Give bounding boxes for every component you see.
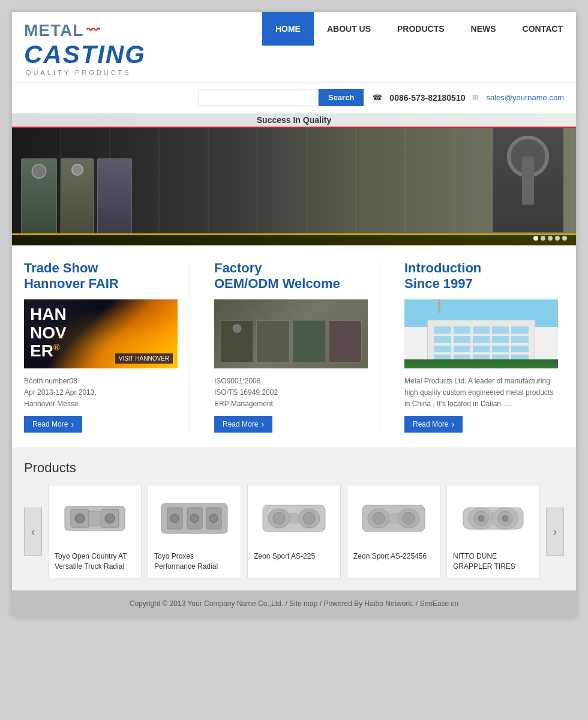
logo-flame-icon: 〰 bbox=[86, 23, 100, 38]
card-intro: IntroductionSince 1997 bbox=[392, 260, 564, 433]
products-grid: Toyo Open Country AT Versatile Truck Rad… bbox=[48, 485, 540, 578]
svg-rect-24 bbox=[389, 514, 398, 523]
dot-1[interactable] bbox=[533, 236, 538, 241]
banner-tagline: Success In Quality bbox=[12, 113, 576, 128]
nav-home[interactable]: HOME bbox=[262, 12, 314, 46]
product-card-2: Toyo Proxes Performance Radial bbox=[148, 485, 241, 578]
banner-dots bbox=[533, 236, 567, 241]
svg-point-4 bbox=[105, 514, 115, 523]
product-image-4 bbox=[353, 491, 434, 545]
search-input[interactable] bbox=[199, 89, 319, 106]
card-tradeshow-title: Trade ShowHannover FAIR bbox=[24, 260, 178, 292]
nav-bar: METAL 〰 CASTING QUALITY PRODUCTS HOME AB… bbox=[12, 12, 576, 82]
nav-contact[interactable]: CONTACT bbox=[509, 12, 576, 46]
card-factory-image bbox=[214, 299, 368, 368]
product-name-3: Zeon Sport AS-225 bbox=[254, 551, 334, 562]
product-part-svg-5 bbox=[457, 494, 529, 542]
contact-info: ☎ 0086-573-82180510 ✉ sales@yourname.com bbox=[373, 93, 564, 103]
card-tradeshow-readmore[interactable]: Read More bbox=[24, 416, 82, 433]
product-name-4: Zeon Sport AS-225456 bbox=[353, 551, 434, 562]
phone-number: 0086-573-82180510 bbox=[389, 93, 465, 103]
nav-news[interactable]: NEWS bbox=[458, 12, 509, 46]
svg-point-3 bbox=[75, 514, 85, 523]
carousel-prev[interactable]: ‹ bbox=[24, 508, 42, 556]
main-nav: HOME ABOUT US PRODUCTS NEWS CONTACT bbox=[262, 12, 576, 82]
svg-point-12 bbox=[209, 514, 218, 523]
product-image-1 bbox=[55, 491, 135, 545]
banner-image bbox=[12, 113, 576, 245]
products-carousel: ‹ Toyo Open Country AT Vers bbox=[24, 485, 564, 578]
card-tradeshow-image: HANNOVER® VISIT HANNOVER bbox=[24, 299, 178, 368]
svg-point-23 bbox=[403, 512, 415, 524]
visit-hannover-badge: VISIT HANNOVER bbox=[115, 353, 173, 364]
product-part-svg-3 bbox=[258, 494, 330, 542]
svg-rect-5 bbox=[89, 511, 101, 526]
nav-products[interactable]: PRODUCTS bbox=[384, 12, 458, 46]
dot-3[interactable] bbox=[548, 236, 553, 241]
svg-point-10 bbox=[170, 514, 179, 523]
card-factory-desc: ISO9001:2008ISO/TS 16949:2002ERP Managem… bbox=[214, 376, 368, 410]
svg-point-30 bbox=[478, 515, 484, 521]
logo-area: METAL 〰 CASTING QUALITY PRODUCTS bbox=[12, 12, 262, 82]
card-intro-readmore[interactable]: Read More bbox=[404, 416, 463, 433]
svg-point-11 bbox=[190, 514, 199, 523]
svg-point-16 bbox=[273, 512, 285, 524]
hannover-city-text: HANNOVER® bbox=[30, 305, 67, 361]
logo-metal: METAL 〰 bbox=[24, 21, 100, 40]
search-button[interactable]: Search bbox=[319, 89, 364, 106]
product-name-1: Toyo Open Country AT Versatile Truck Rad… bbox=[55, 551, 135, 572]
product-card-1: Toyo Open Country AT Versatile Truck Rad… bbox=[48, 485, 142, 578]
footer-text: Copyright © 2013 Your Company Name Co.,L… bbox=[130, 599, 458, 608]
products-title: Products bbox=[24, 460, 564, 476]
search-contact-row: Search ☎ 0086-573-82180510 ✉ sales@yourn… bbox=[12, 82, 576, 113]
product-image-2 bbox=[154, 491, 235, 545]
search-box: Search bbox=[199, 89, 364, 106]
svg-point-22 bbox=[373, 512, 385, 524]
product-image-5 bbox=[453, 491, 533, 545]
products-section: Products ‹ Toyo bbox=[12, 448, 576, 590]
product-image-3 bbox=[254, 491, 334, 545]
product-part-svg-1 bbox=[59, 494, 131, 542]
phone-icon: ☎ bbox=[373, 93, 382, 102]
card-tradeshow: Trade ShowHannover FAIR HANNOVER® VISIT … bbox=[24, 260, 190, 433]
logo-quality-text: QUALITY PRODUCTS bbox=[26, 69, 250, 76]
product-name-2: Toyo Proxes Performance Radial bbox=[154, 551, 235, 572]
card-factory-title: FactoryOEM/ODM Welcome bbox=[214, 260, 368, 292]
card-intro-image bbox=[404, 299, 558, 368]
dot-5[interactable] bbox=[562, 236, 567, 241]
product-card-3: Zeon Sport AS-225 bbox=[247, 485, 341, 578]
dot-4[interactable] bbox=[555, 236, 560, 241]
svg-rect-18 bbox=[290, 514, 298, 523]
footer: Copyright © 2013 Your Company Name Co.,L… bbox=[12, 590, 576, 617]
card-factory-readmore[interactable]: Read More bbox=[214, 416, 272, 433]
product-card-5: NITTO DUNE GRAPPLER TIRES bbox=[446, 485, 540, 578]
building-windows bbox=[434, 326, 528, 362]
logo-metal-text: METAL bbox=[24, 21, 83, 40]
logo-casting-text: CASTING bbox=[24, 40, 250, 69]
product-card-4: Zeon Sport AS-225456 bbox=[347, 485, 440, 578]
email-icon: ✉ bbox=[472, 93, 479, 102]
dot-2[interactable] bbox=[541, 236, 545, 241]
product-part-svg-4 bbox=[358, 494, 430, 542]
card-tradeshow-desc: Booth number08Apr 2013-12 Apr 2013,Hanno… bbox=[24, 376, 178, 410]
hero-banner: Success In Quality bbox=[12, 113, 576, 245]
email-link[interactable]: sales@yourname.com bbox=[486, 93, 564, 102]
header: METAL 〰 CASTING QUALITY PRODUCTS HOME AB… bbox=[12, 12, 576, 113]
product-part-svg-2 bbox=[158, 494, 230, 542]
svg-point-17 bbox=[303, 512, 315, 524]
card-intro-title: IntroductionSince 1997 bbox=[404, 260, 558, 292]
card-factory: FactoryOEM/ODM Welcome ISO9 bbox=[202, 260, 380, 433]
svg-point-31 bbox=[502, 515, 508, 521]
nav-about[interactable]: ABOUT US bbox=[314, 12, 384, 46]
feature-cards: Trade ShowHannover FAIR HANNOVER® VISIT … bbox=[12, 245, 576, 448]
carousel-next[interactable]: › bbox=[546, 508, 564, 556]
product-name-5: NITTO DUNE GRAPPLER TIRES bbox=[453, 551, 533, 572]
card-intro-desc: Metal Products Ltd. A leader of manufact… bbox=[404, 376, 558, 410]
